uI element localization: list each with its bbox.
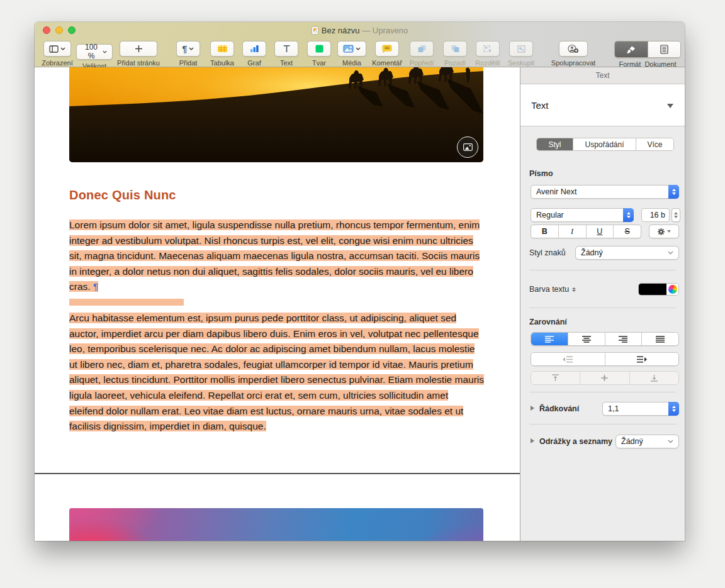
insert-button[interactable]: ¶ xyxy=(176,41,200,57)
document-canvas[interactable]: Donec Quis Nunc Lorem ipsum dolor sit am… xyxy=(35,67,520,541)
object-style-row[interactable]: Text xyxy=(520,84,685,126)
pilcrow-icon: ¶ xyxy=(183,44,188,54)
object-name: Text xyxy=(531,100,549,111)
format-brush-icon xyxy=(626,45,636,54)
table-button[interactable] xyxy=(210,41,234,57)
indent-buttons xyxy=(531,352,679,366)
toolbar-item-view: Zobrazení xyxy=(40,41,75,67)
media-label: Média xyxy=(333,59,371,67)
view-icon xyxy=(49,45,59,53)
chevron-down-icon xyxy=(668,440,673,443)
selected-text: Lorem ipsum dolor sit amet, ligula suspe… xyxy=(69,219,480,292)
char-style-dropdown[interactable]: Žádný xyxy=(575,246,679,260)
increase-indent-button[interactable] xyxy=(605,353,679,365)
chevron-down-icon xyxy=(189,47,194,50)
italic-button[interactable]: I xyxy=(558,225,586,238)
underline-button[interactable]: U xyxy=(586,225,614,238)
doc-heading[interactable]: Donec Quis Nunc xyxy=(69,188,176,202)
document-button[interactable] xyxy=(648,42,680,57)
font-family-value: Avenir Next xyxy=(536,187,576,196)
tab-usporadani[interactable]: Uspořádání xyxy=(573,138,636,150)
shape-label: Tvar xyxy=(304,59,334,67)
font-face-buttons: B I U S xyxy=(531,225,641,238)
toolbar-item-zoom: 100 % Velikost xyxy=(76,41,113,70)
font-size-field[interactable]: 16 b xyxy=(641,208,670,222)
text-color-label: Barva textu xyxy=(529,285,576,294)
bold-button[interactable]: B xyxy=(531,225,558,238)
format-button[interactable] xyxy=(615,42,648,57)
line-spacing-disclosure-icon[interactable] xyxy=(531,406,534,411)
chart-label: Graf xyxy=(240,59,269,67)
font-style-stepper[interactable] xyxy=(623,208,634,222)
align-center-button[interactable] xyxy=(568,333,605,345)
alignment-section-label: Zarovnání xyxy=(529,318,567,326)
line-spacing-field[interactable]: 1,1 xyxy=(602,402,679,416)
toolbar-item-collaborate: Spolupracovat xyxy=(543,41,604,67)
zoom-level-button[interactable]: 100 % xyxy=(76,44,113,60)
toolbar-item-shape: Tvar xyxy=(304,41,334,67)
second-page-image-sky[interactable] xyxy=(69,508,483,541)
advanced-options-button[interactable] xyxy=(649,225,679,238)
replace-media-button[interactable] xyxy=(457,136,478,158)
bar-chart-icon xyxy=(250,45,259,53)
font-size-value: 16 b xyxy=(650,211,665,219)
align-justify-button[interactable] xyxy=(641,333,678,345)
font-family-stepper[interactable] xyxy=(668,185,679,199)
media-placeholder-icon xyxy=(463,143,473,151)
add-page-button[interactable] xyxy=(120,41,157,57)
zoom-level-value: 100 % xyxy=(82,43,101,60)
view-button[interactable] xyxy=(43,41,71,57)
pages-doc-icon xyxy=(312,26,318,35)
bullets-disclosure-icon[interactable] xyxy=(531,438,534,443)
font-family-select[interactable]: Avenir Next xyxy=(531,185,679,199)
foreground-label: Popředí xyxy=(403,59,440,67)
comment-button[interactable] xyxy=(375,41,399,57)
hero-image-desert[interactable] xyxy=(69,67,483,162)
shape-button[interactable] xyxy=(307,41,331,57)
collaborate-button[interactable] xyxy=(559,41,588,57)
toolbar-item-media: Média xyxy=(333,41,371,67)
font-size-stepper[interactable] xyxy=(672,208,680,222)
valign-top-button xyxy=(531,372,580,384)
tab-vice[interactable]: Více xyxy=(636,138,673,150)
font-section-label: Písmo xyxy=(529,169,553,178)
strikethrough-button[interactable]: S xyxy=(613,225,641,238)
doc-paragraph-1[interactable]: Lorem ipsum dolor sit amet, ligula suspe… xyxy=(69,218,485,295)
align-right-button[interactable] xyxy=(605,333,642,345)
toolbar-item-chart: Graf xyxy=(240,41,269,67)
ungroup-icon xyxy=(483,45,493,53)
textbox-label: Text xyxy=(270,59,303,67)
insert-label: Přidat xyxy=(171,59,206,67)
bullets-dropdown[interactable]: Žádný xyxy=(615,435,679,448)
line-spacing-label: Řádkování xyxy=(539,404,579,413)
divider xyxy=(529,308,676,308)
collaborate-label: Spolupracovat xyxy=(543,59,604,67)
line-spacing-stepper[interactable] xyxy=(668,402,679,416)
text-color-well[interactable] xyxy=(638,283,679,296)
align-left-button[interactable] xyxy=(531,333,568,345)
pilcrow-mark: ¶ xyxy=(93,281,98,292)
doc-paragraph-2[interactable]: Arcu habitasse elementum est, ipsum puru… xyxy=(69,311,485,435)
window-header: Bez názvu — Upraveno Zobrazení 100 % Vel… xyxy=(35,22,685,67)
selection-gap-highlight xyxy=(69,299,184,306)
divider xyxy=(529,424,676,424)
foreground-icon xyxy=(417,45,427,53)
font-style-select[interactable]: Regular xyxy=(531,208,634,222)
disclosure-down-icon[interactable] xyxy=(667,104,673,108)
toolbar-item-inspector: Formát Dokument xyxy=(612,41,683,68)
color-wheel-button[interactable] xyxy=(666,284,678,295)
chevron-down-icon xyxy=(356,47,361,50)
color-swatch-black[interactable] xyxy=(639,284,666,295)
titlebar[interactable]: Bez názvu — Upraveno xyxy=(35,22,685,38)
selected-text: Arcu habitasse elementum est, ipsum puru… xyxy=(69,313,484,431)
bullets-label: Odrážky a seznamy xyxy=(539,437,612,446)
comment-icon xyxy=(382,45,392,53)
comment-label: Komentář xyxy=(367,59,407,67)
tab-styl[interactable]: Styl xyxy=(537,138,573,150)
font-style-value: Regular xyxy=(536,211,564,219)
gear-icon xyxy=(657,228,665,236)
media-button[interactable] xyxy=(337,41,366,57)
chart-button[interactable] xyxy=(242,41,266,57)
color-mode-stepper-icon[interactable] xyxy=(572,287,576,292)
textbox-button[interactable] xyxy=(274,41,298,57)
